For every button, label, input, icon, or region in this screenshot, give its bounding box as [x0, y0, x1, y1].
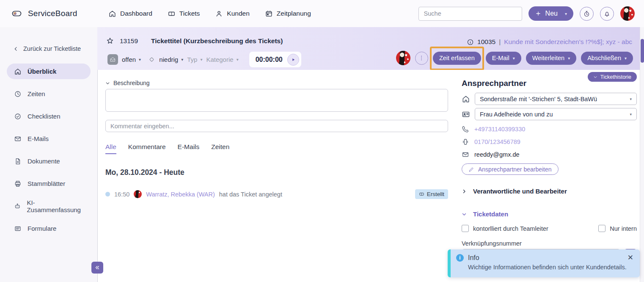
nav-label: Dashboard	[120, 10, 152, 17]
phone-link[interactable]: +49731140399330	[474, 126, 525, 133]
category-select[interactable]: Kategorie	[206, 56, 233, 63]
sidebar-item-formulare[interactable]: Formulare	[7, 221, 91, 236]
chevron-down-icon: ▾	[513, 56, 515, 61]
record-time-highlight: Zeit erfassen	[433, 52, 481, 65]
record-time-button[interactable]: Zeit erfassen	[433, 52, 481, 65]
ticketdata-section-label: Ticketdaten	[473, 210, 508, 218]
description-textarea[interactable]	[105, 89, 448, 112]
ticket-icon	[419, 191, 424, 197]
status-icon-chip[interactable]	[107, 54, 118, 65]
sidebar-item-stammblaetter[interactable]: Stammblätter	[7, 176, 91, 191]
ticket-number: 13159	[120, 37, 138, 45]
intern-checkbox-label: Nur intern	[610, 225, 637, 232]
intern-checkbox[interactable]	[598, 225, 605, 232]
page-scrollbar[interactable]	[640, 27, 644, 282]
sidebar-collapse-button[interactable]	[91, 262, 103, 274]
close-ticket-button[interactable]: Abschließen ▾	[581, 52, 633, 65]
status-value[interactable]: offen	[122, 56, 136, 63]
forward-button[interactable]: Weiterleiten ▾	[526, 52, 576, 65]
sidebar-item-zeiten[interactable]: Zeiten	[7, 86, 91, 102]
back-label: Zurück zur Ticketliste	[23, 45, 81, 52]
nav-kunden[interactable]: Kunden	[215, 10, 249, 18]
open-envelope-icon	[110, 56, 116, 63]
sidebar-item-label: Überblick	[28, 68, 56, 75]
mobile-link[interactable]: 0170/123456789	[474, 138, 520, 145]
nav-tickets[interactable]: Tickets	[168, 10, 200, 18]
user-avatar[interactable]	[620, 6, 635, 21]
customer-link[interactable]: Kunde mit Sonderzeichen's !?%$]; xyz - a…	[504, 38, 632, 46]
back-to-ticketlist[interactable]: Zurück zur Ticketliste	[13, 45, 97, 52]
sidebar-item-dokumente[interactable]: Dokumente	[7, 153, 91, 169]
sidebar-item-ueberblick[interactable]: Überblick	[7, 64, 91, 79]
toast-close-button[interactable]: ✕	[627, 254, 633, 261]
sidebar-item-checklisten[interactable]: Checklisten	[7, 108, 91, 124]
responsible-section-label: Verantwortliche und Bearbeiter	[473, 188, 567, 195]
pencil-icon	[468, 166, 474, 172]
email-button[interactable]: E-Mail ▾	[486, 52, 521, 65]
email-value: reeddy@gmx.de	[474, 151, 520, 158]
teamleiter-checkbox-group: kontorlliert durch Teamleiter	[462, 225, 548, 232]
history-button-label: Tickethistorie	[600, 74, 631, 80]
more-actions-button[interactable]	[415, 52, 428, 65]
address-select[interactable]: Sonderstraße mit '-Strichen' 5, Stadt-Ba…	[475, 93, 637, 105]
sidebar-item-emails[interactable]: E-Mails	[7, 131, 91, 147]
info-toast: i Info Wichtige Informationen befinden s…	[448, 249, 640, 277]
tab-zeiten[interactable]: Zeiten	[211, 143, 229, 154]
toast-message: Wichtige Informationen befinden sich unt…	[468, 264, 634, 271]
nav-zeitplanung[interactable]: Zeitplanung	[265, 10, 311, 18]
sidebar-item-label: KI-Zusammenfassung	[27, 199, 83, 213]
assignee-avatar	[396, 51, 410, 65]
description-toggle[interactable]: Beschreibung	[105, 80, 448, 86]
info-icon: i	[456, 254, 464, 262]
ticket-meta-row: offen ▾ niedrig ▾ Typ ▾ Kategorie ▾ 00:0…	[107, 52, 301, 67]
plus-icon	[535, 11, 541, 17]
home-icon	[108, 10, 116, 18]
ticketdata-section-toggle[interactable]: Ticketdaten	[462, 210, 637, 218]
contact-card-icon	[462, 110, 470, 119]
app-logo[interactable]: ServiceBoard	[0, 8, 98, 19]
teamleiter-checkbox[interactable]	[462, 225, 469, 232]
priority-value[interactable]: niedrig	[159, 56, 178, 63]
chevron-down-icon: ▾	[568, 56, 570, 61]
home-icon	[462, 95, 470, 103]
chevron-down-icon[interactable]: ▾	[237, 57, 239, 62]
separator: |	[499, 38, 501, 46]
timer-play-button[interactable]	[287, 54, 299, 66]
star-icon[interactable]	[106, 37, 114, 45]
scrollbar-thumb[interactable]	[641, 39, 644, 63]
stopwatch-button[interactable]	[580, 7, 594, 21]
nav-dashboard[interactable]: Dashboard	[108, 10, 152, 18]
tab-kommentare[interactable]: Kommentare	[128, 143, 166, 154]
notifications-button[interactable]	[600, 7, 614, 21]
new-button[interactable]: Neu ▾	[528, 6, 573, 21]
teamleiter-checkbox-label: kontorlliert durch Teamleiter	[473, 225, 548, 232]
new-button-label: Neu	[545, 10, 558, 17]
sidebar-item-label: E-Mails	[28, 135, 49, 142]
edit-contact-button[interactable]: Ansprechpartner bearbeiten	[462, 163, 559, 175]
contact-person-select[interactable]: Frau Adelheide von und zu ▾	[475, 108, 637, 120]
ticket-history-button[interactable]: Tickethistorie	[588, 72, 637, 82]
sidebar-items: Überblick Zeiten Checklisten E-Mails Dok…	[0, 64, 97, 236]
timeline-user-link[interactable]: Warratz, Rebekka (WAR)	[146, 191, 215, 198]
record-time-label: Zeit erfassen	[439, 55, 475, 61]
chevron-down-icon[interactable]: ▾	[139, 57, 141, 62]
responsible-section-toggle[interactable]: Verantwortliche und Bearbeiter	[462, 188, 637, 195]
ticket-actions: Zeit erfassen E-Mail ▾ Weiterleiten ▾ Ab…	[396, 51, 633, 65]
sidebar-item-label: Zeiten	[28, 90, 45, 97]
ticket-title-row: 13159 Tickettitel (Kurzbeschreibung des …	[106, 37, 283, 45]
tab-alle[interactable]: Alle	[105, 143, 116, 154]
toast-title-row: i Info	[456, 254, 634, 262]
search-input[interactable]	[418, 7, 522, 21]
timer-value: 00:00:00	[256, 56, 283, 64]
robot-icon	[14, 202, 21, 210]
chevron-down-icon[interactable]: ▾	[181, 57, 183, 62]
person-icon	[215, 10, 223, 18]
topbar: ServiceBoard Dashboard Tickets Kunden Ze…	[0, 0, 644, 27]
chevron-down-icon[interactable]: ▾	[200, 57, 202, 62]
type-select[interactable]: Typ	[187, 56, 197, 63]
tab-emails[interactable]: E-Mails	[178, 143, 200, 154]
forward-button-label: Weiterleiten	[532, 55, 564, 61]
comment-input[interactable]	[105, 120, 448, 132]
chevron-down-icon	[462, 212, 467, 217]
sidebar-item-ki-zusammenfassung[interactable]: KI-Zusammenfassung	[7, 198, 91, 214]
